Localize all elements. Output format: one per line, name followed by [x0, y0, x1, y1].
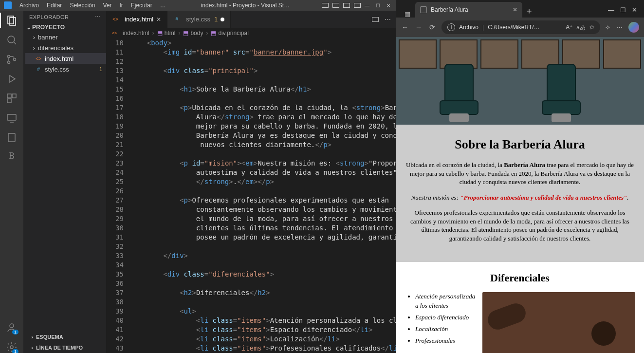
refresh-button[interactable]: ⟳ [428, 23, 437, 32]
svg-point-2 [8, 36, 15, 43]
tab-actions-icon[interactable]: ▦ [400, 10, 415, 18]
menu-selección[interactable]: Selección [66, 2, 99, 9]
chevron-right-icon: › [30, 334, 34, 340]
html-file-icon: <> [112, 16, 119, 23]
code-editor[interactable]: 1011121314151617181920212223242526272829… [106, 38, 396, 353]
panel-layout-icon[interactable] [322, 3, 329, 8]
close-button[interactable]: ✕ [385, 2, 392, 9]
chevron-right-icon: › [32, 44, 36, 52]
menu-ejecutar[interactable]: Ejecutar [127, 2, 156, 9]
book-icon[interactable] [6, 131, 18, 143]
list-item: Localización [415, 325, 478, 334]
svg-rect-11 [7, 114, 16, 120]
html-file-icon: <> [111, 30, 118, 37]
maximize-button[interactable]: ☐ [620, 6, 626, 14]
chevron-right-icon: › [152, 30, 154, 37]
svg-point-4 [8, 56, 10, 58]
remote-icon[interactable] [6, 112, 18, 124]
breadcrumb-item[interactable]: ⬒div.principal [211, 30, 248, 37]
panel-layout-icon[interactable] [354, 3, 361, 8]
folder-banner[interactable]: ›banner [25, 32, 106, 42]
close-tab-icon[interactable]: ✕ [156, 16, 161, 23]
dirty-indicator-icon [221, 18, 224, 21]
split-editor-icon[interactable] [372, 17, 379, 22]
svg-rect-8 [7, 94, 11, 98]
breadcrumb-item[interactable]: ⬒body [183, 30, 203, 37]
css-file-icon: # [35, 66, 42, 73]
chevron-right-icon: › [32, 34, 36, 41]
svg-point-5 [8, 61, 10, 64]
close-button[interactable]: ✕ [632, 6, 637, 14]
maximize-button[interactable]: ☐ [374, 2, 381, 9]
tab-style.css[interactable]: #style.css1 [167, 11, 231, 28]
paragraph: Ofrecemos profesionales experimentados q… [405, 208, 635, 242]
forward-button[interactable]: → [414, 23, 423, 32]
profile-avatar[interactable] [628, 22, 639, 33]
favorite-icon[interactable]: ✩ [589, 24, 594, 31]
menu-ver[interactable]: Ver [99, 2, 115, 9]
panel-layout-icon[interactable] [332, 3, 339, 8]
minimize-button[interactable]: — [608, 6, 614, 14]
vscode-window-title: index.html - Proyecto - Visual St… [172, 2, 319, 9]
editor-tabs: <>index.html✕#style.css1 ⋯ [106, 11, 396, 28]
translate-icon[interactable]: aあ [576, 23, 586, 32]
section-línea de tiempo[interactable]: ›LÍNEA DE TIEMPO [23, 342, 106, 353]
section-esquema[interactable]: ›ESQUEMA [23, 332, 106, 342]
principal-section: Sobre la Barbería Alura Ubicada en el co… [396, 125, 644, 262]
svg-point-15 [10, 346, 13, 349]
settings-gear-icon[interactable]: 1 [6, 341, 18, 353]
svg-rect-13 [8, 133, 15, 142]
source-control-icon[interactable] [6, 54, 18, 65]
menu-editar[interactable]: Editar [43, 2, 66, 9]
menu-…[interactable]: … [156, 2, 170, 9]
edge-browser-window: ▦ Barbería Alura ✕ ＋ — ☐ ✕ ← → ⟳ i Archi… [396, 0, 644, 353]
explorer-icon[interactable] [6, 15, 18, 26]
svg-point-6 [14, 58, 16, 61]
search-icon[interactable] [6, 34, 18, 46]
favicon-icon [420, 6, 427, 13]
menu-icon[interactable]: ⋯ [616, 24, 623, 31]
new-tab-button[interactable]: ＋ [522, 4, 536, 18]
browser-toolbar: ← → ⟳ i Archivo | C:/Users/MikeRT/… A⁺ a… [396, 18, 644, 37]
file-style.css[interactable]: #style.css1 [25, 64, 106, 74]
extensions-icon[interactable] [6, 93, 18, 104]
url-scheme: Archivo [459, 24, 478, 31]
accounts-icon[interactable]: 1 [6, 322, 18, 334]
file-index.html[interactable]: <>index.html [25, 53, 106, 64]
vscode-menu-bar: ArchivoEditarSelecciónVerIrEjecutar… [16, 2, 170, 9]
breadcrumb-item[interactable]: <>index.html [111, 30, 149, 37]
list-item: Atención personalizada a los clientes [415, 292, 478, 310]
mission-paragraph: Nuestra misión es: "Proporcionar autoest… [405, 193, 635, 202]
chevron-down-icon: ⌄ [26, 24, 30, 31]
run-debug-icon[interactable] [6, 73, 18, 85]
breadcrumb-item[interactable]: ⬒html [157, 30, 176, 37]
vscode-logo-icon [4, 1, 12, 9]
page-viewport[interactable]: Sobre la Barbería Alura Ubicada en el co… [396, 37, 644, 353]
extensions-icon[interactable]: ✧ [605, 24, 610, 31]
more-icon[interactable]: ⋯ [95, 14, 101, 20]
browser-tab-strip: ▦ Barbería Alura ✕ ＋ — ☐ ✕ [396, 0, 644, 18]
close-tab-icon[interactable]: ✕ [513, 6, 517, 13]
project-root[interactable]: ⌄ PROYECTO [23, 23, 106, 32]
menu-ir[interactable]: Ir [115, 2, 127, 9]
chevron-right-icon: › [30, 345, 34, 351]
folder-diferenciales[interactable]: ›diferenciales [25, 42, 106, 53]
minimize-button[interactable]: — [364, 2, 370, 9]
more-icon[interactable]: ⋯ [385, 16, 391, 23]
tab-index.html[interactable]: <>index.html✕ [106, 11, 167, 28]
back-button[interactable]: ← [401, 23, 409, 32]
explorer-title: EXPLORADOR [29, 14, 69, 20]
activity-bar: B 1 1 [0, 11, 23, 353]
breadcrumb[interactable]: <>index.html›⬒html›⬒body›⬒div.principal [106, 28, 396, 38]
bold-icon[interactable]: B [6, 151, 18, 163]
panel-layout-icon[interactable] [343, 3, 350, 8]
diferenciales-section: Diferenciales Atención personalizada a l… [396, 262, 644, 353]
menu-archivo[interactable]: Archivo [16, 2, 43, 9]
address-bar[interactable]: i Archivo | C:/Users/MikeRT/… A⁺ aあ ✩ [442, 20, 600, 34]
svg-line-3 [14, 42, 16, 44]
diferenciales-list: Atención personalizada a los clientesEsp… [405, 292, 478, 348]
site-info-icon[interactable]: i [447, 23, 455, 31]
reader-icon[interactable]: A⁺ [566, 24, 572, 31]
tab-title: Barbería Alura [431, 6, 468, 13]
browser-tab[interactable]: Barbería Alura ✕ [415, 2, 522, 18]
